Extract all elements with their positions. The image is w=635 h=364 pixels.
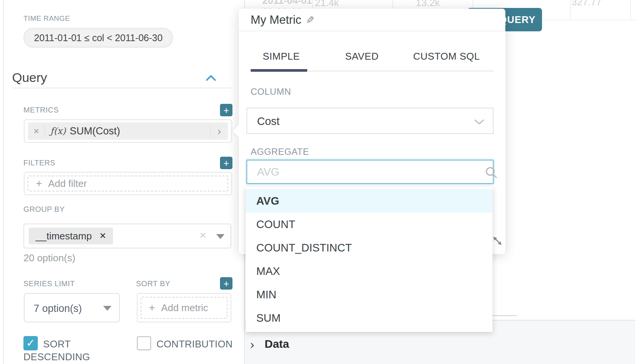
aggregate-option-max[interactable]: MAX xyxy=(246,259,493,283)
series-limit-value: 7 option(s) xyxy=(34,303,82,315)
tab-custom-sql[interactable]: CUSTOM SQL xyxy=(413,51,480,62)
contribution-checkbox[interactable] xyxy=(137,336,151,350)
data-section-chevron-icon[interactable]: › xyxy=(250,338,254,352)
add-filter-label: Add filter xyxy=(48,178,87,190)
add-filter-dropzone[interactable]: + Add filter xyxy=(28,176,228,191)
add-filter-plus-button[interactable]: + xyxy=(220,157,232,169)
metrics-label: METRICS xyxy=(23,106,59,114)
check-icon: ✓ xyxy=(26,337,35,349)
metric-title-text: My Metric xyxy=(251,13,301,26)
tab-simple[interactable]: SIMPLE xyxy=(263,51,300,62)
add-sort-metric-dropzone[interactable]: + Add metric xyxy=(141,297,228,319)
aggregate-option-min[interactable]: MIN xyxy=(246,283,493,306)
column-value: Cost xyxy=(257,115,280,128)
metric-name: SUM(Cost) xyxy=(70,125,210,137)
left-panel-edge xyxy=(3,0,4,364)
collapse-chevron-icon[interactable] xyxy=(206,74,216,82)
popover-title: My Metric✎ xyxy=(251,13,314,27)
query-section-title: Query xyxy=(12,70,47,85)
add-sort-metric-plus-button[interactable]: + xyxy=(220,277,232,290)
function-icon: ƒ(x) xyxy=(50,126,66,136)
pill-separator xyxy=(45,125,45,137)
group-by-options-hint: 20 option(s) xyxy=(23,252,75,264)
sort-descending-label-line2: DESCENDING xyxy=(23,351,90,363)
active-tab-indicator xyxy=(251,69,307,72)
sort-by-label: SORT BY xyxy=(136,279,170,288)
select-caret-icon[interactable] xyxy=(216,234,225,239)
splitter-grip[interactable] xyxy=(491,315,517,316)
clear-select-icon[interactable]: × xyxy=(200,229,206,242)
column-label: COLUMN xyxy=(251,86,291,97)
sort-descending-checkbox[interactable]: ✓ xyxy=(23,336,38,350)
plus-icon: + xyxy=(149,302,155,314)
resize-handle-icon[interactable] xyxy=(492,236,503,246)
column-select[interactable]: Cost xyxy=(246,108,494,134)
section-divider xyxy=(12,88,231,88)
series-limit-select[interactable]: 7 option(s) xyxy=(24,293,120,322)
table-gridline xyxy=(630,0,631,20)
sort-descending-label-line1: SORT xyxy=(43,338,71,350)
aggregate-options-dropdown: AVG COUNT COUNT_DISTINCT MAX MIN SUM xyxy=(246,187,493,332)
tab-saved[interactable]: SAVED xyxy=(345,51,379,62)
time-range-pill[interactable]: 2011-01-01 ≤ col < 2011-06-30 xyxy=(23,28,173,48)
sort-by-control: + Add metric xyxy=(137,293,231,322)
edit-title-pencil-icon[interactable]: ✎ xyxy=(306,14,314,26)
select-caret-icon xyxy=(103,306,112,311)
series-limit-label: SERIES LIMIT xyxy=(23,279,75,288)
popover-header-divider xyxy=(239,31,505,31)
add-sort-metric-label: Add metric xyxy=(161,302,208,314)
chevron-down-icon xyxy=(474,119,485,125)
table-cell-value: 13.2k xyxy=(416,0,440,9)
aggregate-option-sum[interactable]: SUM xyxy=(246,306,493,330)
search-icon xyxy=(485,166,498,179)
aggregate-label: AGGREGATE xyxy=(251,147,309,157)
plus-icon: + xyxy=(36,177,42,190)
filters-label: FILTERS xyxy=(23,159,55,167)
metric-pill[interactable]: × ƒ(x) SUM(Cost) › xyxy=(28,122,228,140)
group-by-select[interactable]: __timestamp ✕ × xyxy=(23,224,231,248)
table-gridline xyxy=(570,0,571,20)
time-range-label: TIME RANGE xyxy=(23,14,70,23)
table-cell-value: 21.4k xyxy=(315,0,339,9)
aggregate-option-count[interactable]: COUNT xyxy=(246,213,493,236)
metrics-control: × ƒ(x) SUM(Cost) › xyxy=(24,119,232,143)
filters-control: + Add filter xyxy=(24,172,232,195)
aggregate-option-count-distinct[interactable]: COUNT_DISTINCT xyxy=(246,236,493,259)
group-by-value-tag: __timestamp ✕ xyxy=(29,228,113,244)
contribution-label: CONTRIBUTION xyxy=(156,338,232,350)
group-by-value: __timestamp xyxy=(36,230,92,242)
aggregate-option-avg[interactable]: AVG xyxy=(246,189,493,213)
aggregate-search-input[interactable] xyxy=(246,160,494,184)
expand-metric-icon[interactable]: › xyxy=(211,125,228,137)
data-section-title[interactable]: Data xyxy=(265,338,289,350)
chart-builder-screen: 2011-04-01 00:00:00 21.4k 13.2k 327.77 R… xyxy=(0,0,635,364)
table-cell-value: 327.77 xyxy=(572,0,602,8)
table-cell-date: 2011-04-01 xyxy=(262,0,312,6)
remove-tag-icon[interactable]: ✕ xyxy=(99,231,106,241)
group-by-label: GROUP BY xyxy=(23,205,65,214)
add-metric-plus-button[interactable]: + xyxy=(220,104,232,116)
remove-metric-icon[interactable]: × xyxy=(28,125,45,137)
table-gridline xyxy=(542,20,635,20)
